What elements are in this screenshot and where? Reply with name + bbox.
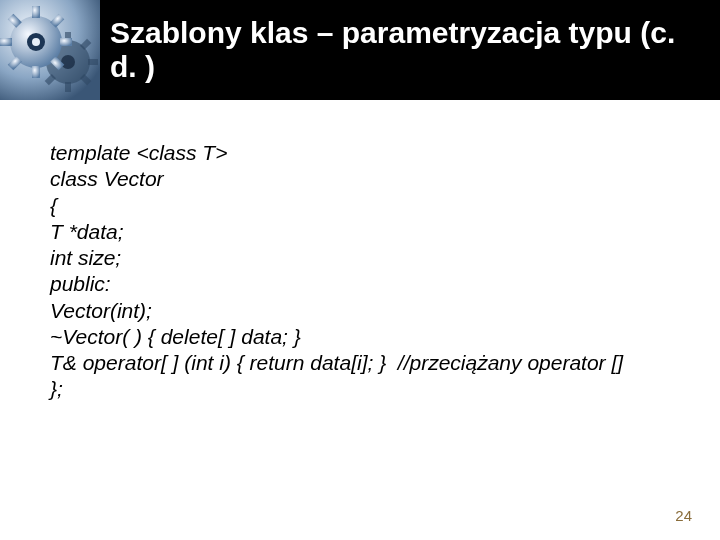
slide-header: Szablony klas – parametryzacja typu (c. … <box>0 0 720 100</box>
code-line: }; <box>50 376 680 402</box>
code-line: class Vector <box>50 166 680 192</box>
code-line: ~Vector( ) { delete[ ] data; } <box>50 324 680 350</box>
gears-icon <box>0 0 100 100</box>
code-line: Vector(int); <box>50 298 680 324</box>
code-line: public: <box>50 271 680 297</box>
svg-rect-15 <box>0 38 12 46</box>
svg-rect-3 <box>65 82 71 92</box>
code-line: { <box>50 193 680 219</box>
svg-point-21 <box>32 38 40 46</box>
code-line: T& operator[ ] (int i) { return data[i];… <box>50 350 680 376</box>
svg-rect-13 <box>32 66 40 78</box>
svg-rect-12 <box>32 6 40 18</box>
code-line: template <class T> <box>50 140 680 166</box>
slide-title: Szablony klas – parametryzacja typu (c. … <box>100 16 720 85</box>
slide: Szablony klas – parametryzacja typu (c. … <box>0 0 720 540</box>
svg-rect-14 <box>60 38 72 46</box>
code-line: T *data; <box>50 219 680 245</box>
slide-body: template <class T> class Vector { T *dat… <box>0 100 720 403</box>
page-number: 24 <box>675 507 692 524</box>
code-line: int size; <box>50 245 680 271</box>
svg-rect-4 <box>88 59 98 65</box>
svg-point-10 <box>61 55 75 69</box>
